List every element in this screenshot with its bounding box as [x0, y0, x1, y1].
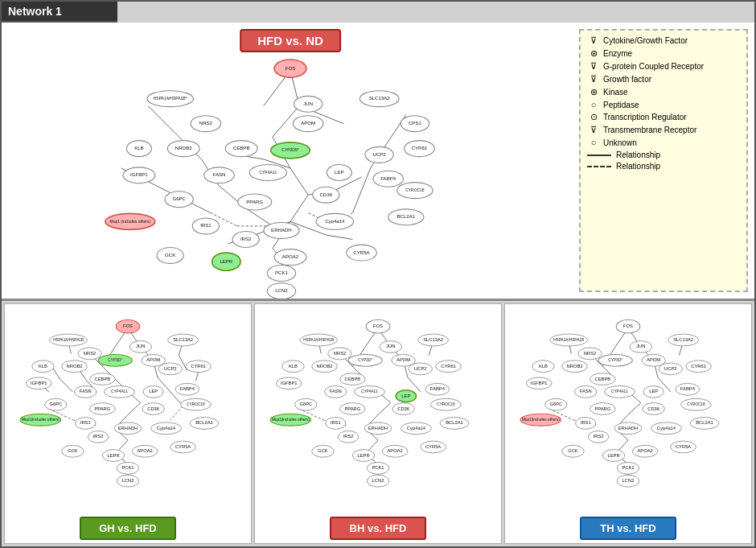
svg-text:FASN: FASN	[213, 171, 226, 177]
svg-text:ERHADH: ERHADH	[368, 426, 388, 431]
svg-text:APOA2: APOA2	[137, 448, 152, 453]
enzyme-icon: ⊛	[587, 48, 600, 59]
svg-text:FOS: FOS	[123, 323, 133, 328]
svg-text:PPARG: PPARG	[94, 406, 110, 411]
svg-text:IRS2: IRS2	[93, 434, 104, 439]
top-network: HFD vs. ND	[2, 23, 579, 299]
svg-text:CYR61: CYR61	[691, 364, 706, 369]
svg-text:CYP3D*: CYP3D*	[608, 358, 622, 362]
svg-text:PCK1: PCK1	[622, 465, 634, 470]
svg-line-214	[408, 377, 421, 392]
svg-text:APOA2: APOA2	[637, 448, 652, 453]
bottom-title-bh: BH vs. HFD	[330, 517, 426, 540]
svg-line-291	[628, 403, 641, 415]
svg-text:LEPR: LEPR	[220, 258, 232, 264]
bottom-panel-th: FOS HSPA1A/HSPA1B NRS2 JUN SLC13A2	[504, 303, 752, 544]
svg-text:NROB2: NROB2	[317, 364, 333, 369]
svg-text:NROB2: NROB2	[67, 364, 83, 369]
svg-text:CYR5A: CYR5A	[425, 444, 441, 449]
svg-text:APOM: APOM	[396, 357, 410, 362]
svg-text:FASN: FASN	[80, 389, 92, 393]
svg-text:PCK1: PCK1	[275, 270, 288, 275]
svg-text:NROB2: NROB2	[175, 145, 193, 150]
svg-text:NRS2: NRS2	[584, 351, 596, 356]
legend-label-cytokine: Cytokine/Growth Factor	[603, 36, 688, 45]
legend-label-gpcr: G-protein Coupled Receptor	[603, 62, 704, 71]
legend-item-growth: ⊽ Growth factor	[587, 74, 740, 84]
legend-solid-line: Relationship	[587, 150, 740, 159]
svg-text:KLB: KLB	[539, 364, 548, 369]
svg-text:APOM: APOM	[146, 357, 160, 362]
bottom-panel-bh-content: FOS HSPA1A/HSPA1B NRS2 JUN SLC13A2	[255, 304, 501, 513]
svg-text:CPS1: CPS1	[409, 120, 421, 126]
svg-text:CYR5A: CYR5A	[676, 444, 691, 449]
svg-text:BCL2A1: BCL2A1	[446, 420, 463, 425]
svg-text:IRS2: IRS2	[343, 434, 354, 439]
svg-text:G6PC: G6PC	[49, 402, 62, 406]
legend-label-transmembrane: Transmembrane Receptor	[603, 126, 696, 134]
svg-text:ERHADH: ERHADH	[271, 227, 292, 233]
svg-text:HSPA1A/HSPA1B: HSPA1A/HSPA1B	[553, 338, 584, 342]
app-title: Network 1	[2, 2, 117, 23]
legend-item-gpcr: ⊽ G-protein Coupled Receptor	[587, 61, 740, 72]
legend-label-unknown: Unknown	[603, 138, 637, 147]
svg-line-19	[362, 168, 371, 191]
svg-text:LEP: LEP	[335, 169, 344, 175]
svg-text:UCP2: UCP2	[164, 366, 176, 371]
svg-text:KLB: KLB	[134, 145, 144, 150]
svg-text:CYR61: CYR61	[441, 364, 456, 369]
svg-text:JUN: JUN	[386, 344, 395, 349]
dashed-line-icon	[587, 166, 611, 167]
svg-text:HSPA1A/HSPA1B: HSPA1A/HSPA1B	[53, 338, 84, 342]
svg-text:LCN2: LCN2	[122, 478, 134, 483]
svg-text:CYP3D*: CYP3D*	[358, 358, 372, 362]
svg-line-20	[352, 191, 361, 213]
legend-label-peptidase: Peptidase	[603, 101, 639, 109]
svg-text:Cyp4a14: Cyp4a14	[657, 426, 676, 431]
gpcr-icon: ⊽	[587, 61, 600, 72]
svg-line-206	[378, 403, 391, 415]
bottom-panel-gh-content: FOS HSPA1A/HSPA1B NRS2 JUN SLC13A2	[5, 304, 251, 513]
svg-text:CYR61: CYR61	[412, 145, 428, 150]
kinase-icon: ⊛	[587, 87, 600, 97]
svg-text:CD36: CD36	[147, 406, 159, 411]
svg-text:Mup1(includes others): Mup1(includes others)	[22, 418, 60, 422]
svg-text:IRS1: IRS1	[581, 420, 591, 425]
svg-text:G6PC: G6PC	[549, 402, 562, 406]
svg-text:BCL2A1: BCL2A1	[195, 420, 213, 425]
svg-text:FOS: FOS	[286, 65, 296, 71]
svg-text:CEBPB: CEBPB	[595, 377, 611, 381]
svg-text:FABP4: FABP4	[380, 175, 396, 181]
svg-text:CYP4A11: CYP4A11	[611, 389, 628, 393]
svg-text:IGFBP1: IGFBP1	[31, 381, 47, 385]
svg-text:CYP3D*: CYP3D*	[108, 358, 122, 362]
svg-text:CD36: CD36	[647, 406, 659, 411]
legend-item-peptidase: ○ Peptidase	[587, 100, 740, 109]
svg-text:UCP2: UCP2	[664, 366, 676, 371]
svg-text:NROB2: NROB2	[567, 364, 583, 369]
svg-text:LCN2: LCN2	[372, 478, 384, 483]
svg-text:APOA2: APOA2	[387, 448, 402, 453]
bottom-title-gh: GH vs. HFD	[80, 517, 176, 540]
svg-text:GCK: GCK	[318, 448, 328, 453]
legend-item-kinase: ⊛ Kinase	[587, 87, 740, 97]
svg-text:FABP4: FABP4	[680, 386, 696, 391]
svg-text:GCK: GCK	[68, 448, 78, 453]
svg-text:LCN2: LCN2	[275, 287, 288, 293]
svg-text:CYROC18: CYROC18	[405, 188, 425, 192]
svg-text:CYROC18: CYROC18	[437, 402, 455, 406]
svg-text:PPARG: PPARG	[246, 199, 263, 204]
bottom-panel-th-content: FOS HSPA1A/HSPA1B NRS2 JUN SLC13A2	[505, 304, 751, 513]
svg-text:JUN: JUN	[636, 344, 645, 349]
svg-text:IRS1: IRS1	[80, 420, 91, 425]
svg-text:CYROC18: CYROC18	[187, 402, 205, 406]
svg-text:LEP: LEP	[649, 389, 658, 393]
svg-text:PCK1: PCK1	[372, 465, 384, 470]
top-section: HFD vs. ND	[2, 23, 754, 301]
svg-text:LCN2: LCN2	[622, 478, 635, 483]
svg-text:CD36: CD36	[397, 406, 409, 411]
top-network-svg: FOS HSPA1A/HSPA1B* JUN SLC13A2 APOM NRS2	[2, 35, 579, 311]
svg-text:FOS: FOS	[623, 323, 633, 328]
svg-text:IGFBP1: IGFBP1	[130, 171, 148, 177]
svg-line-119	[128, 403, 141, 415]
